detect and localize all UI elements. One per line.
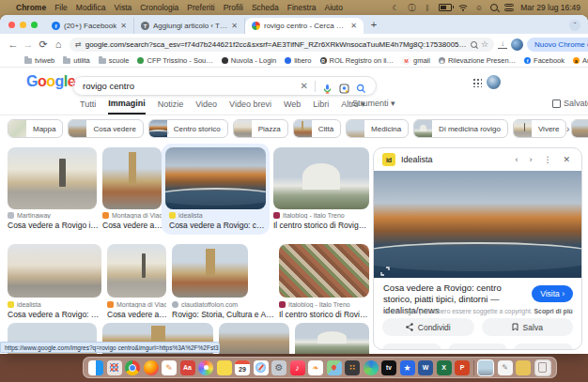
calendar-icon[interactable]: 29 [235, 360, 250, 375]
saved-button[interactable]: Salvate [552, 99, 588, 108]
music-icon[interactable]: ♪ [290, 360, 305, 375]
nav-notizie[interactable]: Notizie [158, 99, 184, 114]
textedit-icon[interactable]: Aa [180, 360, 195, 375]
forward-button[interactable]: → [21, 38, 36, 50]
result-caption[interactable]: Rovigo: Storia, Cultura e Architettura n… [172, 310, 275, 319]
bookmark-libero[interactable]: libero [285, 56, 311, 65]
save-button[interactable]: Salva [482, 318, 574, 336]
excel-icon[interactable]: X [437, 360, 452, 375]
chip-vivere[interactable]: Vivere [513, 119, 567, 138]
preview-image[interactable] [374, 171, 581, 278]
reload-button[interactable]: ⟳ [36, 38, 51, 51]
bookmark-cfp-trissino[interactable]: CFP Trissino - Sou… [137, 56, 212, 65]
menu-item-vista[interactable]: Vista [114, 3, 132, 12]
finder-icon[interactable] [88, 360, 103, 375]
chip-medicina[interactable]: Medicina [346, 119, 409, 138]
menubar-clock[interactable]: Mar 29 lug 16:49 [520, 3, 580, 12]
chrome-icon[interactable] [125, 360, 140, 375]
chip-citta[interactable]: Città [293, 119, 341, 138]
menu-item-profili[interactable]: Profili [224, 3, 243, 12]
search-submit-icon[interactable] [356, 81, 366, 91]
clear-search-icon[interactable]: ✕ [301, 81, 308, 91]
nav-tutti[interactable]: Tutti [80, 99, 96, 114]
bookmark-star-icon[interactable]: ☆ [481, 39, 488, 49]
minimize-window-button[interactable] [20, 22, 26, 28]
user-icon[interactable]: ☺ [474, 3, 484, 12]
home-button[interactable]: ⌂ [51, 38, 66, 50]
close-tab-icon[interactable]: ✕ [120, 22, 127, 30]
menu-item-chrome[interactable]: Chrome [16, 3, 46, 12]
chips-scroll-right-icon[interactable]: › [566, 124, 569, 134]
nav-video-brevi[interactable]: Video brevi [229, 99, 271, 114]
system-settings-icon[interactable]: ⚙ [271, 360, 286, 375]
maps-icon[interactable] [327, 360, 342, 375]
result-image-2[interactable] [102, 147, 162, 209]
result-caption[interactable]: Cosa vedere a Rovigo in un giorn… [8, 221, 99, 230]
search-input[interactable]: rovigo centro ✕ [72, 76, 377, 96]
firefox-icon[interactable] [144, 360, 159, 375]
chip-centro-storico[interactable]: Centro storico [148, 119, 228, 138]
wifi-icon[interactable] [458, 3, 468, 12]
result-image-12[interactable] [295, 323, 369, 354]
menu-item-scheda[interactable]: Scheda [252, 3, 279, 12]
google-logo[interactable]: Google [26, 73, 75, 90]
nav-strumenti[interactable]: Strumenti ▾ [352, 99, 395, 108]
menu-item-aiuto[interactable]: Aiuto [324, 3, 342, 12]
info-icon[interactable]: ⓘ [407, 3, 416, 12]
photos-icon[interactable] [198, 360, 213, 375]
related-chip[interactable] [448, 344, 507, 350]
learn-more-link[interactable]: Scopri di più [534, 308, 573, 314]
menu-item-cronologia[interactable]: Cronologia [140, 3, 178, 12]
calculator-icon[interactable]: ∷ [345, 360, 360, 375]
result-image-6[interactable] [107, 244, 166, 298]
zoom-window-button[interactable] [31, 22, 38, 28]
previous-image-icon[interactable]: ‹ [512, 155, 520, 164]
chrome-update-chip[interactable]: Nuovo Chrome disponibile [527, 38, 588, 52]
result-caption[interactable]: Il centro storico di Rovigo e le sue… [279, 310, 369, 319]
nav-libri[interactable]: Libri [313, 99, 329, 114]
new-tab-button[interactable]: + [367, 19, 380, 32]
bluetooth-icon[interactable]: ᛒ [423, 3, 432, 12]
tab-rovigo-centro-active[interactable]: G rovigo centro - Cerca con Go… ✕ [245, 18, 364, 34]
stickies-icon[interactable] [217, 360, 232, 375]
expand-image-icon[interactable] [380, 263, 390, 272]
close-window-button[interactable] [8, 22, 15, 28]
nav-immagini-active[interactable]: Immagini [108, 99, 146, 115]
tab-tviweb[interactable]: T Aggiungi articolo ‹ TVIWeb – ✕ [134, 18, 245, 34]
zoom-page-icon[interactable] [471, 41, 477, 48]
chip-piazza[interactable]: Piazza [233, 119, 288, 138]
nav-video[interactable]: Video [195, 99, 217, 114]
panel-more-icon[interactable]: ⋮ [540, 155, 554, 164]
bookmark-amazon[interactable]: aAmazon.it: elettro… [573, 56, 588, 65]
bookmark-nuvola[interactable]: Nuvola - Login [222, 56, 276, 65]
site-settings-icon[interactable]: ⇄ [75, 40, 82, 49]
result-source[interactable]: claudiatoffolon.com [172, 301, 248, 308]
result-image-3-selected[interactable] [165, 147, 266, 209]
nav-web[interactable]: Web [284, 99, 301, 114]
tab-facebook[interactable]: f (20+) Facebook ✕ [45, 18, 134, 34]
menu-item-finestra[interactable]: Finestra [287, 3, 317, 12]
launchpad-icon[interactable] [107, 360, 122, 375]
result-source[interactable]: Montagna di Viaggi [102, 212, 162, 219]
result-caption[interactable]: Il centro storico di Rovigo e le sue pia… [273, 221, 369, 230]
folder-stack-icon[interactable] [516, 360, 531, 375]
result-caption[interactable]: Cosa vedere a Rovigo: centro storico, … [169, 221, 266, 230]
chip-cosa-vedere[interactable]: Cosa vedere [68, 119, 143, 138]
chip-polesine[interactable]: Polesine [571, 119, 588, 138]
battery-icon[interactable] [439, 4, 452, 11]
result-image-5[interactable] [8, 244, 101, 298]
close-tab-icon[interactable]: ✕ [350, 22, 357, 30]
google-apps-grid-icon[interactable] [472, 78, 482, 87]
back-button[interactable]: ← [6, 38, 21, 50]
next-image-icon[interactable]: › [526, 155, 534, 164]
chip-mappa[interactable]: Mappa [8, 119, 63, 138]
apple-tv-icon[interactable]: tv [381, 360, 396, 375]
powerpoint-icon[interactable]: P [455, 360, 470, 375]
menu-item-preferiti[interactable]: Preferiti [187, 3, 214, 12]
result-source[interactable]: Italoblog - Italo Treno [273, 212, 369, 219]
bookmark-folder-tviweb[interactable]: tviweb [24, 56, 54, 65]
bookmark-rilevazione[interactable]: ◉Rilevazione Presen… [439, 56, 516, 65]
google-lens-icon[interactable] [339, 81, 349, 91]
menu-item-modifica[interactable]: Modifica [76, 3, 106, 12]
control-center-icon[interactable] [504, 4, 514, 11]
